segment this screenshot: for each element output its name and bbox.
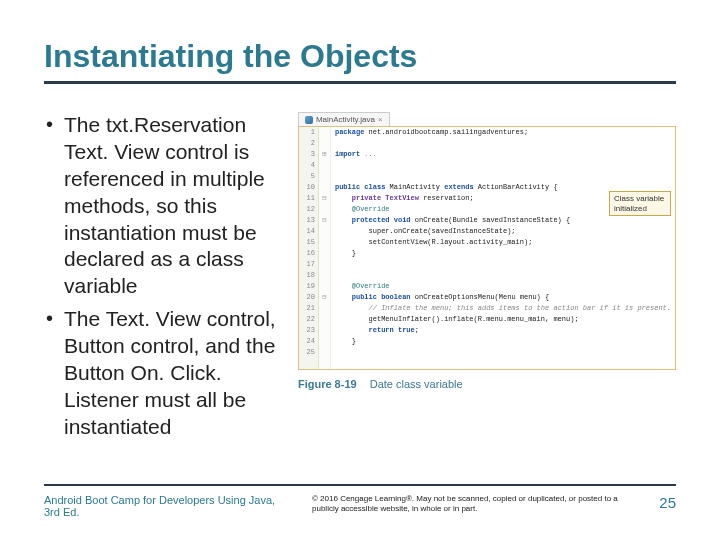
page-number: 25 xyxy=(648,494,676,511)
close-icon: × xyxy=(378,115,383,124)
tab-label: MainActivity.java xyxy=(316,115,375,124)
fold-marks: ⊞⊟⊟⊟ xyxy=(319,127,331,369)
callout-box: Class variable initialized xyxy=(609,191,671,216)
java-file-icon xyxy=(305,116,313,124)
bullet-item: The Text. View control, Button control, … xyxy=(44,306,286,440)
figure-text: Date class variable xyxy=(370,378,463,390)
code-screenshot: MainActivity.java × 12345101112131415161… xyxy=(298,112,676,447)
footer-rule xyxy=(44,484,676,486)
bullet-list: The txt.Reservation Text. View control i… xyxy=(44,112,286,447)
figure-number: Figure 8-19 xyxy=(298,378,357,390)
editor-tab: MainActivity.java × xyxy=(298,112,390,126)
slide-title: Instantiating the Objects xyxy=(44,38,676,75)
code-editor: 1234510111213141516171819202122232425 ⊞⊟… xyxy=(298,126,676,370)
bullet-item: The txt.Reservation Text. View control i… xyxy=(44,112,286,300)
title-rule xyxy=(44,81,676,84)
figure-caption: Figure 8-19 Date class variable xyxy=(298,378,676,390)
copyright-text: © 2016 Cengage Learning®. May not be sca… xyxy=(312,494,630,514)
book-title: Android Boot Camp for Developers Using J… xyxy=(44,494,294,518)
code-body: package net.androidbootcamp.sailingadven… xyxy=(331,127,675,369)
line-gutter: 1234510111213141516171819202122232425 xyxy=(299,127,319,369)
